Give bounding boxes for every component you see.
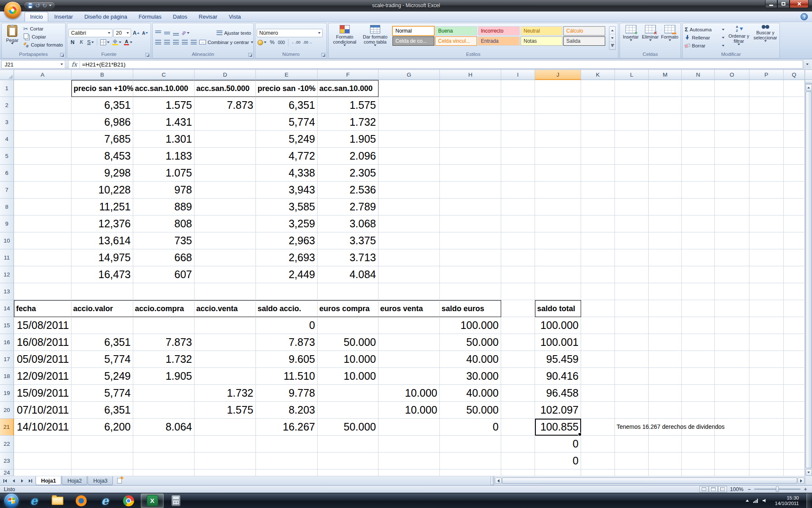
cell-D21[interactable] [195, 419, 256, 436]
cell-E21[interactable]: 16.267 [256, 419, 318, 436]
cell-F13[interactable] [318, 283, 379, 300]
cell-G3[interactable] [379, 114, 440, 131]
cell-Q8[interactable] [784, 199, 805, 215]
cell-C19[interactable] [133, 385, 195, 402]
cell-I23[interactable] [501, 453, 535, 469]
cell-K22[interactable] [581, 436, 615, 453]
cell-I22[interactable] [501, 436, 535, 453]
cell-C4[interactable]: 1.301 [133, 131, 195, 148]
cell-A18[interactable]: 12/09/2011 [14, 368, 71, 385]
cell-C12[interactable]: 607 [133, 266, 195, 283]
cell-K24[interactable] [581, 469, 615, 476]
align-center-button[interactable] [163, 38, 171, 46]
cell-A13[interactable] [14, 283, 71, 300]
cell-N23[interactable] [682, 453, 715, 469]
cell-E24[interactable] [256, 469, 318, 476]
undo-button[interactable] [35, 2, 40, 9]
cell-K18[interactable] [581, 368, 615, 385]
cell-C23[interactable] [133, 453, 195, 469]
cell-N15[interactable] [682, 317, 715, 334]
cell-B8[interactable]: 11,251 [71, 199, 133, 215]
cell-D1[interactable]: acc.san.50.000 [195, 80, 256, 97]
cell-G23[interactable] [379, 453, 440, 469]
cell-O19[interactable] [715, 385, 749, 402]
sheet-tab-hoja1[interactable]: Hoja1 [36, 476, 61, 485]
cell-F4[interactable]: 1.905 [318, 131, 379, 148]
cell-E11[interactable]: 2,693 [256, 249, 318, 266]
borders-button[interactable] [99, 38, 110, 46]
font-dialog-launcher[interactable] [145, 53, 150, 57]
cell-style-salida[interactable]: Salida [563, 36, 605, 46]
cell-H21[interactable]: 0 [440, 419, 501, 436]
cell-Q19[interactable] [784, 385, 805, 402]
cell-G11[interactable] [379, 249, 440, 266]
cell-C15[interactable] [133, 317, 195, 334]
fill-color-button[interactable] [111, 38, 122, 46]
cell-P18[interactable] [749, 368, 784, 385]
tab-fórmulas[interactable]: Fórmulas [133, 12, 167, 22]
cell-J16[interactable]: 100.001 [535, 334, 581, 351]
cell-M24[interactable] [649, 469, 682, 476]
column-header-D[interactable]: D [195, 70, 256, 80]
cell-E6[interactable]: 4,338 [256, 165, 318, 182]
taskbar-windows-explorer-button[interactable] [46, 494, 69, 508]
cell-I7[interactable] [501, 182, 535, 199]
cell-M7[interactable] [649, 182, 682, 199]
cell-B23[interactable] [71, 453, 133, 469]
cell-style-entrada[interactable]: Entrada [478, 36, 520, 46]
cell-F19[interactable] [318, 385, 379, 402]
cell-J8[interactable] [535, 199, 581, 215]
column-header-L[interactable]: L [615, 70, 649, 80]
cell-O8[interactable] [715, 199, 749, 215]
cell-L15[interactable] [615, 317, 649, 334]
cell-O1[interactable] [715, 80, 749, 97]
cell-J11[interactable] [535, 249, 581, 266]
select-all-button[interactable] [0, 70, 14, 80]
cell-F20[interactable] [318, 402, 379, 419]
number-format-select[interactable]: Número [257, 29, 323, 37]
column-header-O[interactable]: O [715, 70, 749, 80]
cell-E3[interactable]: 5,774 [256, 114, 318, 131]
cell-G16[interactable] [379, 334, 440, 351]
copy-button[interactable]: Copiar [22, 33, 64, 41]
cell-C17[interactable]: 1.732 [133, 351, 195, 368]
cell-M15[interactable] [649, 317, 682, 334]
network-icon[interactable] [753, 499, 758, 503]
comma-style-button[interactable]: 000 [277, 39, 286, 47]
cell-Q13[interactable] [784, 283, 805, 300]
cell-P23[interactable] [749, 453, 784, 469]
cell-Q3[interactable] [784, 114, 805, 131]
tab-splitter[interactable] [491, 476, 494, 485]
cell-E18[interactable]: 11.510 [256, 368, 318, 385]
cell-C8[interactable]: 889 [133, 199, 195, 215]
cell-Q15[interactable] [784, 317, 805, 334]
qat-customize-dropdown[interactable] [49, 5, 52, 6]
cell-I19[interactable] [501, 385, 535, 402]
column-header-I[interactable]: I [501, 70, 535, 80]
cell-H14[interactable]: saldo euros [440, 300, 501, 317]
number-dialog-launcher[interactable] [321, 53, 326, 57]
cell-N16[interactable] [682, 334, 715, 351]
cell-J23[interactable]: 0 [535, 453, 581, 469]
cell-E12[interactable]: 2,449 [256, 266, 318, 283]
cell-L4[interactable] [615, 131, 649, 148]
align-right-button[interactable] [172, 38, 180, 46]
cell-E20[interactable]: 8.203 [256, 402, 318, 419]
cell-H16[interactable]: 50.000 [440, 334, 501, 351]
cell-N24[interactable] [682, 469, 715, 476]
align-top-button[interactable] [154, 29, 162, 37]
row-header-24[interactable]: 24 [0, 469, 14, 476]
font-name-select[interactable]: Calibri [69, 29, 112, 37]
cell-K23[interactable] [581, 453, 615, 469]
cell-J1[interactable] [535, 80, 581, 97]
gallery-more-button[interactable] [609, 42, 615, 50]
cell-P11[interactable] [749, 249, 784, 266]
cell-A15[interactable]: 15/08/2011 [14, 317, 71, 334]
cell-O18[interactable] [715, 368, 749, 385]
cell-J14[interactable]: saldo total [535, 300, 581, 317]
underline-button[interactable]: S [86, 38, 95, 46]
cell-O20[interactable] [715, 402, 749, 419]
cell-M22[interactable] [649, 436, 682, 453]
row-header-9[interactable]: 9 [0, 215, 14, 232]
cell-P14[interactable] [749, 300, 784, 317]
